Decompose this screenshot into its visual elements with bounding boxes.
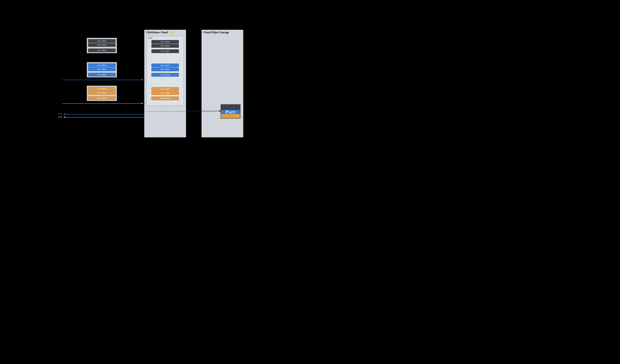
clickhouse-title-text: ClickHouse Cloud <box>146 31 168 34</box>
arrow-blue-head-icon <box>141 79 143 81</box>
buffer-label: buffer <box>148 37 153 39</box>
row-pill-dark: row values <box>88 43 116 47</box>
payload-box-blue: row values row values ⋮ row values <box>87 62 117 77</box>
row-pill-dark: row values <box>152 40 179 44</box>
ack-arrow-blue-head-icon <box>63 113 65 115</box>
vertical-ellipsis-icon: ⋮ <box>164 72 166 73</box>
buffer-group-dark: row values row values ⋮ row values <box>147 40 184 53</box>
arrow-blue <box>62 80 141 80</box>
ack-arrow-orange-head-icon <box>63 116 65 118</box>
part-band-orange <box>221 114 240 118</box>
ack-orange-label: ACK <box>58 116 62 118</box>
row-pill-blue: row values <box>88 73 116 76</box>
buffer-group-orange: row values row values ⋮ row values <box>147 87 184 100</box>
part-block: Part <box>221 104 240 118</box>
row-pill-blue: row values <box>88 67 116 71</box>
row-pill-orange: row values <box>152 97 179 100</box>
row-pill-blue: row values <box>152 73 179 77</box>
row-pill-orange: row values <box>152 91 179 95</box>
storage-title: Cloud Object Storage <box>203 31 229 34</box>
ack-blue-label: ACK <box>58 113 62 115</box>
vertical-ellipsis-icon: ⋮ <box>164 95 166 96</box>
storage-panel: Cloud Object Storage Part <box>201 29 244 138</box>
buffer-group-blue: row values row values ⋮ row values <box>147 64 184 77</box>
arrow-orange-head-icon <box>141 102 143 104</box>
row-pill-blue: row values <box>152 64 179 67</box>
vertical-ellipsis-icon: ⋮ <box>164 48 166 49</box>
arrow-orange <box>62 103 141 104</box>
part-band-blue: Part <box>221 110 240 114</box>
arrow-to-part <box>201 111 219 111</box>
ack-arrow-orange <box>65 117 144 117</box>
part-label: Part <box>226 109 235 115</box>
clickhouse-panel: ClickHouse Cloud buffer row values row v… <box>144 29 186 138</box>
payload-box-dark: row values row values ⋮ row values <box>87 38 117 53</box>
dashed-connector <box>146 111 186 112</box>
ack-arrow-blue <box>65 114 144 114</box>
row-pill-blue: row values <box>88 63 116 67</box>
row-pill-dark: row values <box>152 44 179 48</box>
buffer-area: buffer row values row values ⋮ row value… <box>146 36 184 106</box>
row-pill-orange: row values <box>152 87 179 91</box>
clickhouse-title: ClickHouse Cloud <box>146 31 173 34</box>
row-pill-orange: row values <box>88 87 116 91</box>
row-pill-orange: row values <box>88 96 116 100</box>
vertical-ellipsis-icon: ⋮ <box>101 47 103 48</box>
row-pill-dark: row values <box>152 49 179 53</box>
row-pill-blue: row values <box>152 68 179 71</box>
vertical-ellipsis-icon: ⋮ <box>101 72 103 73</box>
payload-box-orange: row values row values ⋮ row values <box>87 86 117 101</box>
part-band-dark <box>221 105 240 110</box>
dashed-between-panels <box>186 111 201 111</box>
arrow-to-part-head-icon <box>219 110 221 112</box>
vertical-ellipsis-icon: ⋮ <box>101 95 103 96</box>
diagram-canvas: ClickHouse Cloud buffer row values row v… <box>0 0 252 141</box>
clickhouse-logo-icon <box>170 31 173 34</box>
row-pill-dark: row values <box>88 48 116 52</box>
row-pill-dark: row values <box>88 39 116 43</box>
row-pill-orange: row values <box>88 91 116 95</box>
